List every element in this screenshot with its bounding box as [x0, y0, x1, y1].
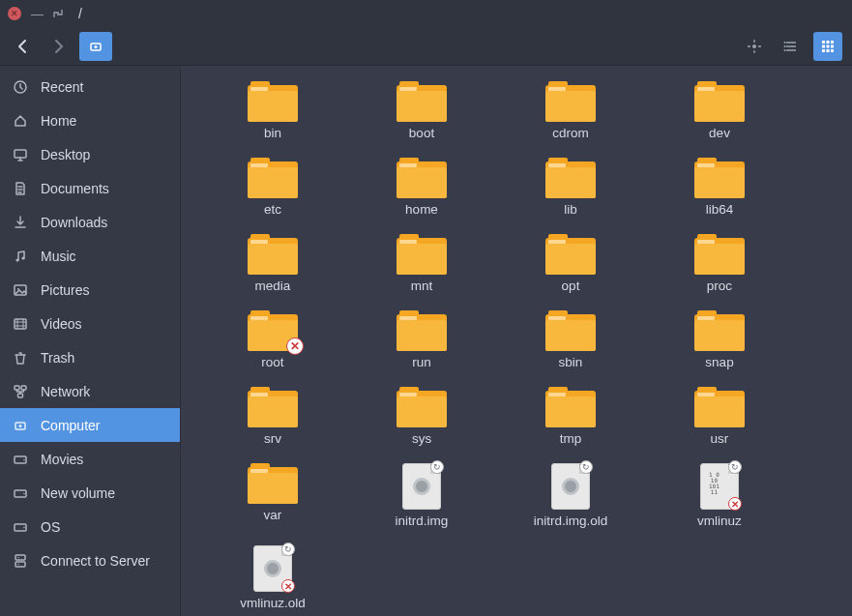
svg-rect-8 — [831, 41, 834, 44]
window-minimize-button[interactable]: — — [31, 7, 44, 21]
sidebar-item-pictures[interactable]: Pictures — [0, 273, 180, 307]
file-item[interactable]: usr — [645, 383, 794, 454]
file-icon: 1 01010111↻✕ — [700, 463, 739, 510]
file-label: opt — [562, 279, 580, 293]
file-label: etc — [264, 202, 281, 217]
sidebar-item-desktop[interactable]: Desktop — [0, 137, 180, 171]
sidebar-item-label: Trash — [41, 350, 74, 366]
file-label: dev — [709, 126, 730, 140]
file-item[interactable]: run — [347, 307, 496, 377]
file-item[interactable]: ✕root — [198, 307, 347, 377]
svg-point-2 — [752, 44, 756, 48]
file-item[interactable]: etc — [198, 154, 347, 224]
file-item[interactable]: snap — [645, 307, 794, 377]
file-item[interactable]: dev — [645, 77, 794, 148]
svg-rect-14 — [831, 49, 834, 52]
svg-rect-33 — [15, 555, 25, 560]
file-icon: ↻✕ — [253, 545, 292, 592]
grid-view-button[interactable] — [813, 32, 842, 61]
sidebar-item-label: New volume — [41, 485, 115, 501]
file-item[interactable]: proc — [645, 230, 794, 301]
sidebar-item-label: Pictures — [41, 282, 90, 298]
window-title: / — [73, 6, 82, 21]
location-icon[interactable] — [740, 32, 769, 61]
folder-icon — [694, 158, 745, 198]
svg-rect-7 — [827, 41, 830, 44]
file-label: cdrom — [552, 126, 589, 140]
svg-point-32 — [23, 526, 25, 528]
sidebar-item-downloads[interactable]: Downloads — [0, 205, 180, 239]
sidebar-item-movies[interactable]: Movies — [0, 442, 180, 476]
sidebar-item-label: Home — [41, 113, 76, 129]
network-icon — [12, 384, 29, 399]
file-item[interactable]: ↻initrd.img.old — [496, 459, 645, 536]
folder-icon — [248, 234, 298, 275]
sidebar-item-label: Recent — [41, 79, 83, 95]
window-close-button[interactable]: ✕ — [8, 7, 21, 20]
folder-icon — [248, 463, 298, 504]
file-item[interactable]: mnt — [347, 230, 496, 301]
file-item[interactable]: opt — [496, 230, 645, 301]
file-item[interactable]: home — [347, 154, 496, 224]
file-label: sbin — [559, 355, 583, 369]
folder-icon — [545, 387, 596, 427]
window-maximize-button[interactable] — [53, 9, 63, 18]
path-root-button[interactable] — [79, 32, 112, 61]
file-label: lib64 — [706, 202, 734, 217]
file-label: vmlinuz — [697, 513, 742, 528]
file-item[interactable]: tmp — [496, 383, 645, 454]
folder-icon — [545, 310, 596, 351]
file-item[interactable]: ↻initrd.img — [347, 459, 496, 536]
file-item[interactable]: boot — [347, 77, 496, 148]
sidebar-item-network[interactable]: Network — [0, 374, 180, 408]
svg-point-35 — [17, 556, 18, 557]
file-item[interactable]: cdrom — [496, 77, 645, 148]
file-item[interactable]: 1 01010111↻✕vmlinuz — [645, 459, 794, 536]
sidebar-item-label: Downloads — [41, 215, 107, 230]
symlink-badge-icon: ↻ — [430, 460, 444, 474]
trash-icon — [12, 350, 29, 366]
sidebar-item-os[interactable]: OS — [0, 510, 180, 543]
list-view-button[interactable] — [777, 32, 806, 61]
file-icon: ↻ — [551, 463, 590, 510]
sidebar-item-videos[interactable]: Videos — [0, 307, 180, 340]
sidebar-item-trash[interactable]: Trash — [0, 340, 180, 374]
home-icon — [12, 113, 29, 129]
svg-rect-9 — [822, 44, 825, 47]
sidebar-item-newvol[interactable]: New volume — [0, 476, 180, 510]
file-item[interactable]: sbin — [496, 307, 645, 377]
file-item[interactable]: sys — [347, 383, 496, 454]
file-item[interactable]: bin — [198, 77, 347, 148]
folder-icon — [545, 158, 596, 198]
file-item[interactable]: lib64 — [645, 154, 794, 224]
sidebar-item-computer[interactable]: Computer — [0, 408, 180, 442]
sidebar-item-home[interactable]: Home — [0, 103, 180, 137]
file-item[interactable]: lib — [496, 154, 645, 224]
drive-icon — [12, 519, 29, 535]
file-label: home — [405, 202, 438, 217]
sidebar-item-documents[interactable]: Documents — [0, 171, 180, 205]
denied-badge-icon: ✕ — [286, 337, 304, 355]
file-item[interactable]: ↻✕vmlinuz.old — [198, 542, 347, 616]
file-item[interactable]: srv — [198, 383, 347, 454]
sidebar-item-label: Videos — [41, 316, 82, 332]
forward-button[interactable] — [44, 35, 72, 58]
svg-point-30 — [23, 492, 25, 494]
sidebar-item-music[interactable]: Music — [0, 239, 180, 273]
sidebar-item-recent[interactable]: Recent — [0, 70, 180, 103]
denied-badge-icon: ✕ — [728, 497, 742, 511]
file-label: usr — [711, 431, 729, 446]
svg-rect-6 — [822, 41, 825, 44]
symlink-badge-icon: ↻ — [281, 543, 295, 556]
folder-icon — [397, 310, 447, 351]
svg-point-26 — [19, 425, 22, 427]
sidebar-item-label: Network — [41, 384, 90, 399]
file-item[interactable]: var — [198, 459, 347, 536]
file-item[interactable]: media — [198, 230, 347, 301]
file-label: srv — [264, 431, 281, 446]
sidebar-item-connect[interactable]: Connect to Server — [0, 543, 180, 577]
file-label: run — [412, 355, 431, 369]
file-label: proc — [707, 279, 732, 293]
back-button[interactable] — [10, 35, 37, 58]
file-label: vmlinuz.old — [240, 596, 306, 610]
